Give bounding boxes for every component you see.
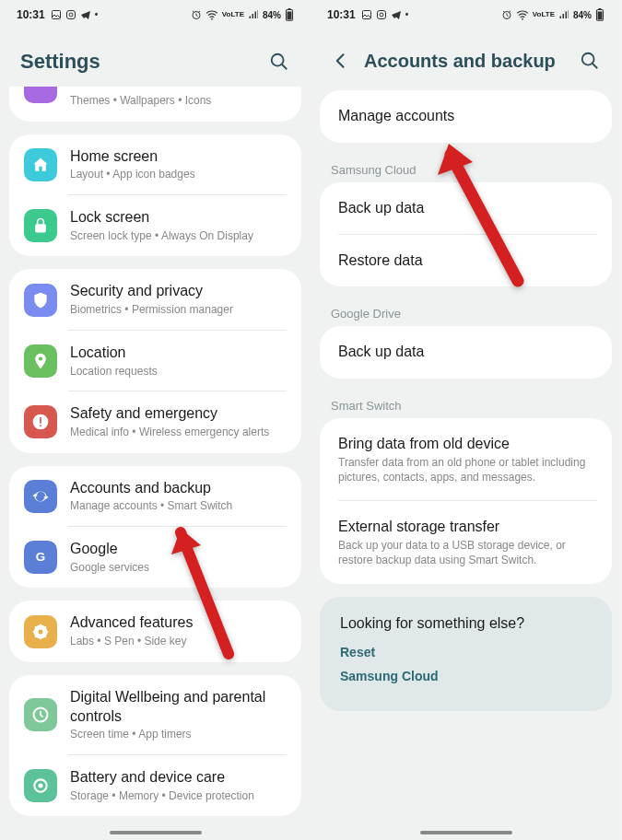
item-subtitle: Labs • S Pen • Side key — [70, 635, 287, 649]
settings-item-location[interactable]: Location Location requests — [9, 331, 301, 391]
telegram-icon — [80, 9, 91, 20]
item-subtitle: Back up your data to a USB storage devic… — [338, 539, 593, 567]
settings-item-advanced-features[interactable]: Advanced features Labs • S Pen • Side ke… — [9, 601, 301, 661]
item-title: External storage transfer — [338, 518, 593, 537]
alarm-icon — [191, 9, 202, 20]
section-card: Back up data Restore data — [320, 182, 612, 287]
status-time: 10:31 — [17, 8, 45, 21]
item-subtitle: Layout • App icon badges — [70, 168, 287, 182]
svg-rect-9 — [35, 225, 46, 233]
item-title: Security and privacy — [70, 282, 287, 301]
tail-link-reset[interactable]: Reset — [340, 645, 592, 659]
settings-item-home-screen[interactable]: Home screen Layout • App icon badges — [9, 134, 301, 195]
item-title: Bring data from old device — [338, 435, 593, 454]
alarm-icon — [501, 9, 512, 20]
svg-rect-6 — [288, 8, 291, 9]
item-back-up-data[interactable]: Back up data — [320, 182, 612, 235]
item-title: Accounts and backup — [70, 479, 287, 498]
nav-handle[interactable] — [420, 831, 512, 834]
settings-group: Themes • Wallpapers • Icons — [9, 87, 301, 122]
item-subtitle: Screen time • App timers — [70, 728, 287, 742]
shield-icon — [24, 284, 57, 317]
battery-icon — [595, 8, 604, 21]
settings-item-google[interactable]: G Google Google services — [9, 527, 301, 588]
accounts-backup-screen: 10:31 • VoLTE 84% Accounts and backup — [311, 0, 621, 840]
svg-rect-27 — [598, 12, 603, 20]
item-title: Home screen — [70, 147, 287, 167]
section-label: Smart Switch — [311, 391, 621, 418]
settings-item-security-and-privacy[interactable]: Security and privacy Biometrics • Permis… — [9, 269, 301, 330]
svg-rect-13 — [40, 426, 41, 427]
settings-group: Advanced features Labs • S Pen • Side ke… — [9, 601, 301, 661]
item-restore-data[interactable]: Restore data — [320, 235, 612, 287]
item-subtitle: Themes • Wallpapers • Icons — [70, 94, 287, 109]
item-subtitle: Google services — [70, 561, 287, 576]
alert-icon — [24, 405, 57, 438]
looking-for-card: Looking for something else? ResetSamsung… — [320, 597, 612, 711]
battery-percent: 84% — [263, 10, 281, 20]
volte-label: VoLTE — [533, 11, 555, 18]
item-title: Safety and emergency — [70, 404, 287, 424]
page-title: Accounts and backup — [364, 51, 556, 72]
item-back-up-data[interactable]: Back up data — [320, 326, 612, 379]
care-icon — [24, 769, 57, 802]
page-title: Settings — [20, 50, 100, 74]
svg-rect-0 — [52, 11, 60, 19]
item-title: Lock screen — [70, 208, 287, 228]
section-card: Bring data from old device Transfer data… — [320, 418, 612, 584]
tail-heading: Looking for something else? — [340, 615, 592, 632]
settings-item-battery-and-device-care[interactable]: Battery and device care Storage • Memory… — [9, 755, 301, 816]
manage-accounts-card: Manage accounts — [320, 90, 612, 143]
svg-point-24 — [522, 18, 523, 20]
item-subtitle: Location requests — [70, 365, 287, 379]
svg-point-16 — [39, 629, 43, 634]
item-title: Battery and device care — [70, 768, 287, 788]
settings-item-themes[interactable]: Themes • Wallpapers • Icons — [9, 87, 301, 122]
item-title: Digital Wellbeing and parental controls — [70, 688, 287, 727]
item-title: Back up data — [338, 199, 593, 218]
pin-icon — [24, 344, 57, 378]
settings-item-accounts-and-backup[interactable]: Accounts and backup Manage accounts • Sm… — [9, 466, 301, 527]
battery-icon — [285, 8, 294, 21]
svg-point-4 — [211, 18, 213, 20]
svg-rect-21 — [377, 11, 385, 19]
search-button[interactable] — [579, 50, 601, 72]
back-button[interactable] — [331, 51, 351, 71]
item-title: Manage accounts — [338, 107, 593, 126]
item-bring-data-from-old-device[interactable]: Bring data from old device Transfer data… — [320, 418, 612, 501]
status-bar: 10:31 • VoLTE 84% — [0, 0, 311, 29]
item-subtitle: Storage • Memory • Device protection — [70, 789, 287, 804]
search-button[interactable] — [268, 51, 290, 73]
wifi-icon — [205, 9, 218, 20]
chevron-left-icon — [332, 52, 350, 70]
status-bar: 10:31 • VoLTE 84% — [311, 0, 621, 29]
svg-rect-20 — [362, 11, 370, 19]
settings-item-lock-screen[interactable]: Lock screen Screen lock type • Always On… — [9, 195, 301, 256]
home-icon — [24, 148, 57, 181]
settings-group: Digital Wellbeing and parental controls … — [9, 675, 301, 817]
notification-icons: • — [51, 9, 106, 20]
item-external-storage-transfer[interactable]: External storage transfer Back up your d… — [320, 501, 612, 584]
item-title: Restore data — [338, 251, 593, 271]
settings-item-digital-wellbeing-and-parental-controls[interactable]: Digital Wellbeing and parental controls … — [9, 675, 301, 755]
tail-link-samsung-cloud[interactable]: Samsung Cloud — [340, 669, 592, 683]
item-title: Back up data — [338, 343, 593, 362]
item-title: Google — [70, 540, 287, 559]
nav-handle[interactable] — [110, 831, 202, 834]
instagram-icon — [376, 9, 387, 20]
sync-icon — [24, 480, 57, 513]
svg-rect-26 — [599, 8, 602, 9]
gear-badge-icon — [24, 615, 57, 648]
svg-rect-1 — [66, 11, 75, 19]
instagram-icon — [65, 9, 76, 20]
item-manage-accounts[interactable]: Manage accounts — [320, 90, 612, 143]
item-subtitle: Biometrics • Permission manager — [70, 303, 287, 318]
settings-item-safety-and-emergency[interactable]: Safety and emergency Medical info • Wire… — [9, 391, 301, 452]
battery-percent: 84% — [573, 10, 592, 20]
item-title: Location — [70, 344, 287, 363]
svg-point-8 — [272, 54, 284, 66]
wifi-icon — [516, 9, 529, 20]
svg-rect-7 — [288, 12, 292, 20]
page-header: Accounts and backup — [311, 29, 621, 90]
svg-point-19 — [39, 784, 43, 788]
